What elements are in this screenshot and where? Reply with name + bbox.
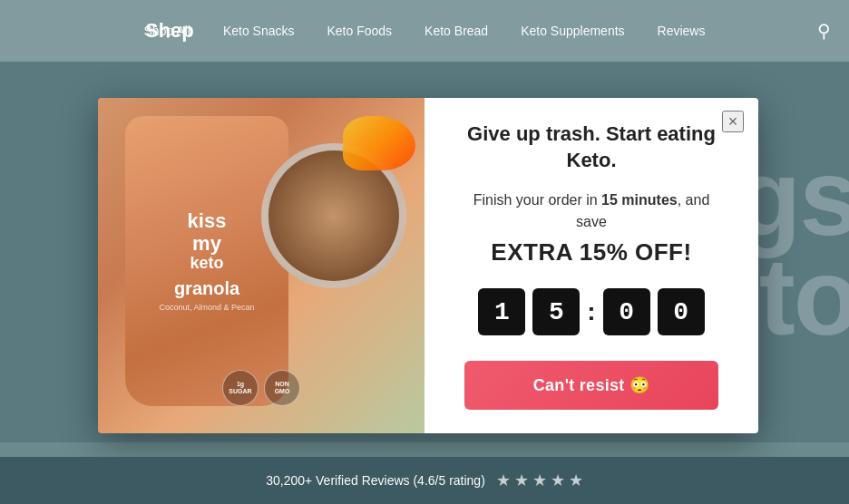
star-1: ★ <box>496 470 511 490</box>
nav-link-reviews[interactable]: Reviews <box>658 24 706 38</box>
bag-product-name: granola <box>174 278 239 299</box>
star-5: ★ <box>569 470 583 490</box>
star-3: ★ <box>532 470 547 490</box>
timer-digit-3: 0 <box>603 288 650 335</box>
modal-subtext-bold: 15 minutes <box>601 192 678 208</box>
badge-non-gmo: NON GMO <box>264 370 300 406</box>
search-icon[interactable]: ⚲ <box>817 20 831 42</box>
badge-sugar: 1g SUGAR <box>222 370 259 406</box>
modal-image-panel: kiss my keto granola Coconut, Almond & P… <box>98 98 424 433</box>
nav-link-keto-bread[interactable]: Keto Bread <box>424 24 488 38</box>
countdown-timer: 1 5 : 0 0 <box>478 288 704 335</box>
bag-brand-my: my <box>192 232 221 255</box>
cta-button[interactable]: Can't resist 😳 <box>464 361 718 410</box>
nav-link-keto-snacks[interactable]: Keto Snacks <box>223 24 295 38</box>
star-2: ★ <box>514 470 529 490</box>
timer-colon: : <box>587 297 595 326</box>
modal-subtext-line1: Finish your order in <box>473 192 598 208</box>
nav-link-keto-foods[interactable]: Keto Foods <box>327 24 393 38</box>
popup-modal: kiss my keto granola Coconut, Almond & P… <box>98 98 758 433</box>
nav-logo: Shep <box>145 19 194 43</box>
bag-badges: 1g SUGAR NON GMO <box>222 370 300 406</box>
modal-close-button[interactable]: × <box>722 111 744 132</box>
timer-digit-4: 0 <box>658 288 705 335</box>
modal-offer-text: EXTRA 15% OFF! <box>491 238 691 267</box>
bag-product-sub: Coconut, Almond & Pecan <box>159 303 254 312</box>
review-text: 30,200+ Verified Reviews (4.6/5 rating) <box>266 473 485 488</box>
bag-brand: kiss my keto <box>188 210 227 272</box>
star-4: ★ <box>551 470 565 490</box>
bag-brand-keto: keto <box>190 254 223 272</box>
modal-headline: Give up trash. Start eating Keto. <box>461 121 722 173</box>
fruit-decoration <box>343 116 415 170</box>
star-rating: ★ ★ ★ ★ ★ <box>496 470 583 490</box>
modal-content-panel: × Give up trash. Start eating Keto. Fini… <box>424 98 758 433</box>
modal-subtext: Finish your order in 15 minutes, and sav… <box>461 189 722 233</box>
navbar: Shep Shop All Keto Snacks Keto Foods Ket… <box>0 0 849 62</box>
nav-link-keto-supplements[interactable]: Keto Supplements <box>521 24 624 38</box>
bag-brand-kiss: kiss <box>188 209 227 232</box>
timer-digit-1: 1 <box>478 288 525 335</box>
review-bar: 30,200+ Verified Reviews (4.6/5 rating) … <box>0 457 849 504</box>
timer-digit-2: 5 <box>532 288 580 335</box>
product-bag: kiss my keto granola Coconut, Almond & P… <box>125 116 288 406</box>
